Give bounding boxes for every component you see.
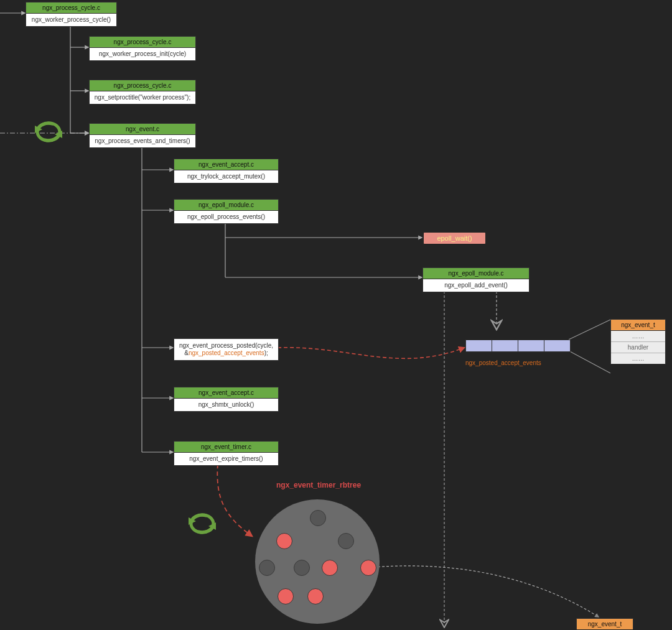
box-ngx-epoll-add-event: ngx_epoll_module.c ngx_epoll_add_event()	[422, 267, 530, 292]
queue-cell	[518, 340, 544, 352]
box-header: ngx_process_cycle.c	[90, 80, 195, 91]
box-body: ngx_worker_process_init(cycle)	[90, 48, 195, 60]
svg-marker-7	[35, 126, 42, 133]
box-header: ngx_event_accept.c	[174, 387, 278, 399]
struct-row: ……	[611, 353, 665, 364]
svg-marker-23	[208, 522, 216, 530]
box-header: ngx_process_cycle.c	[26, 2, 116, 14]
rbtree-node	[310, 510, 326, 526]
queue-posted-accept-events	[465, 340, 571, 352]
box-ngx-event-expire-timers: ngx_event_timer.c ngx_event_expire_timer…	[174, 441, 279, 466]
loop-icon	[35, 123, 62, 141]
rbtree-node	[259, 560, 275, 576]
box-header: ngx_process_cycle.c	[90, 37, 195, 48]
svg-marker-8	[55, 131, 62, 138]
box-body: ngx_epoll_process_events()	[174, 211, 278, 223]
rbtree-node	[276, 533, 292, 549]
struct-header: ngx_event_t	[611, 320, 665, 331]
box-body: ngx_worker_process_cycle()	[26, 14, 116, 26]
box-body: ngx_shmtx_unlock()	[174, 399, 278, 411]
rbtree-node	[360, 560, 376, 576]
pill-epoll-wait: epoll_wait()	[423, 232, 486, 244]
box-ngx-worker-process-cycle: ngx_process_cycle.c ngx_worker_process_c…	[26, 2, 117, 27]
box-ngx-worker-process-init: ngx_process_cycle.c ngx_worker_process_i…	[89, 36, 196, 61]
struct-header: ngx_event_t	[577, 619, 633, 629]
svg-marker-22	[189, 517, 196, 525]
rbtree-node	[294, 560, 310, 576]
rbtree-node	[322, 560, 338, 576]
rbtree-label: ngx_event_timer_rbtree	[276, 481, 361, 489]
box-ngx-process-events-and-timers: ngx_event.c ngx_process_events_and_timer…	[89, 123, 196, 148]
svg-line-21	[569, 351, 610, 373]
box-ngx-setproctitle: ngx_process_cycle.c ngx_setproctitle("wo…	[89, 80, 196, 104]
queue-label: ngx_posted_accept_events	[465, 359, 541, 366]
box-ngx-epoll-process-events: ngx_epoll_module.c ngx_epoll_process_eve…	[174, 199, 279, 224]
box-body: ngx_setproctitle("worker process");	[90, 91, 195, 104]
box-ngx-event-process-posted: ngx_event_process_posted(cycle, &ngx_pos…	[174, 338, 279, 361]
diagram-canvas: ngx_process_cycle.c ngx_worker_process_c…	[0, 0, 672, 630]
box-ngx-shmtx-unlock: ngx_event_accept.c ngx_shmtx_unlock()	[174, 387, 279, 412]
highlight-text: ngx_posted_accept_events	[189, 350, 264, 356]
box-body: ngx_epoll_add_event()	[423, 279, 529, 292]
box-body: ngx_process_events_and_timers()	[90, 135, 195, 147]
box-header: ngx_epoll_module.c	[174, 200, 278, 211]
box-header: ngx_epoll_module.c	[423, 268, 529, 279]
queue-cell	[465, 340, 492, 352]
svg-line-20	[569, 320, 610, 340]
box-header: ngx_event.c	[90, 124, 195, 135]
rbtree-node	[338, 533, 354, 549]
struct-row: ……	[611, 331, 665, 342]
box-body: ngx_event_process_posted(cycle, &ngx_pos…	[174, 339, 278, 360]
box-header: ngx_event_timer.c	[174, 442, 278, 453]
loop-icon-2	[189, 515, 216, 532]
pill-label: epoll_wait()	[437, 234, 472, 242]
text: );	[264, 350, 268, 356]
queue-cell	[492, 340, 518, 352]
box-body: ngx_event_expire_timers()	[174, 453, 278, 465]
struct-row-handler: handler	[611, 342, 665, 353]
box-ngx-trylock-accept-mutex: ngx_event_accept.c ngx_trylock_accept_mu…	[174, 159, 279, 183]
struct-ngx-event-t: ngx_event_t …… handler ……	[610, 319, 666, 364]
rbtree-node	[307, 588, 324, 605]
rbtree-node	[278, 588, 294, 605]
queue-cell	[544, 340, 571, 352]
struct-ngx-event-t-2: ngx_event_t	[576, 618, 633, 629]
box-body: ngx_trylock_accept_mutex()	[174, 170, 278, 183]
box-header: ngx_event_accept.c	[174, 159, 278, 170]
